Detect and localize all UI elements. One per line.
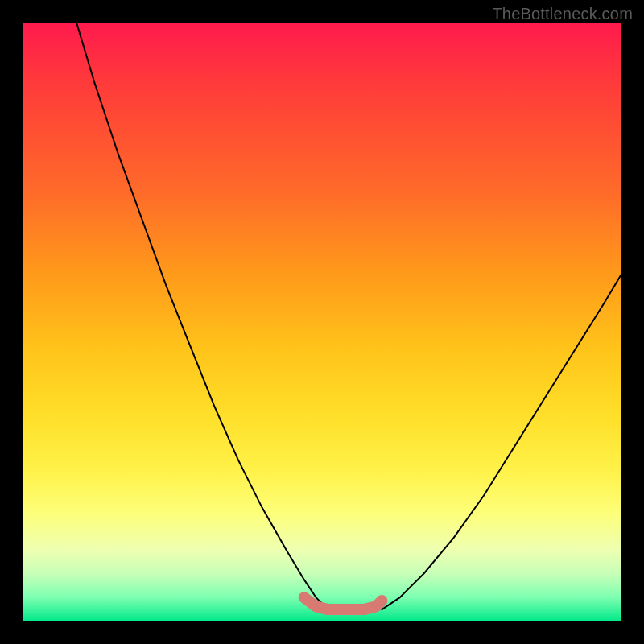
right-curve-line (382, 275, 621, 610)
watermark-label: TheBottleneck.com (492, 5, 633, 23)
chart-svg (23, 23, 621, 621)
outer-frame: TheBottleneck.com (0, 0, 644, 644)
left-curve-line (76, 23, 328, 609)
chart-area (23, 23, 621, 621)
valley-marker-line (304, 597, 382, 609)
